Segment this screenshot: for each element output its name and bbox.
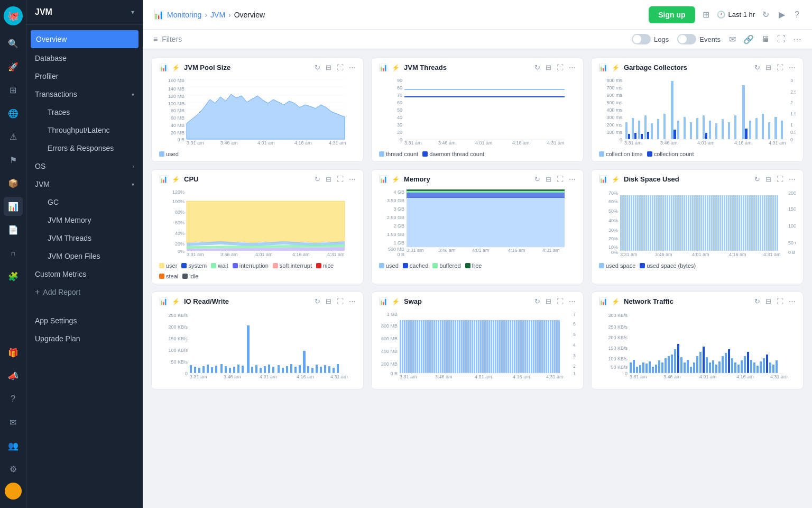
refresh-icon[interactable]: ↻: [534, 175, 540, 183]
more-icon[interactable]: ⋯: [569, 64, 576, 71]
fullscreen-icon[interactable]: ⛶: [557, 64, 564, 71]
svg-rect-140: [624, 195, 626, 251]
events-toggle[interactable]: Events: [677, 34, 721, 44]
chevron-down-icon[interactable]: ▾: [131, 8, 134, 16]
svg-rect-227: [198, 368, 200, 373]
svg-text:400 MB: 400 MB: [381, 349, 398, 354]
expand-icon[interactable]: ⛶: [777, 34, 786, 44]
sidebar-item-traces[interactable]: Traces: [26, 103, 143, 121]
megaphone-icon[interactable]: 📣: [4, 366, 23, 385]
fullscreen-icon[interactable]: ⛶: [777, 175, 783, 183]
svg-rect-117: [407, 189, 565, 191]
refresh-icon[interactable]: ↻: [754, 175, 760, 183]
filters-label[interactable]: Filters: [162, 35, 182, 43]
chart-active-icon[interactable]: 📊: [4, 197, 23, 216]
more-icon[interactable]: ⋯: [349, 175, 356, 183]
fullscreen-icon[interactable]: ⛶: [337, 64, 344, 71]
more-icon[interactable]: ⋯: [569, 297, 576, 305]
mail-icon[interactable]: ✉: [729, 34, 736, 44]
more-icon[interactable]: ⋯: [569, 175, 576, 183]
settings-icon[interactable]: ⚙: [4, 459, 23, 478]
more-icon[interactable]: ⋯: [793, 34, 801, 44]
refresh-icon[interactable]: ↻: [760, 7, 771, 22]
fullscreen-icon[interactable]: ⛶: [337, 175, 344, 183]
svg-rect-146: [637, 195, 639, 251]
fullscreen-icon[interactable]: ⛶: [777, 297, 783, 305]
minimize-icon[interactable]: ⊟: [546, 64, 551, 71]
svg-rect-148: [641, 195, 643, 251]
link-icon[interactable]: 🔗: [743, 34, 754, 44]
time-range[interactable]: 🕐 Last 1 hr: [717, 11, 755, 19]
doc-icon[interactable]: 📄: [4, 220, 23, 239]
svg-rect-56: [638, 121, 640, 139]
refresh-icon[interactable]: ↻: [315, 297, 320, 305]
refresh-icon[interactable]: ↻: [315, 64, 320, 71]
minimize-icon[interactable]: ⊟: [326, 175, 331, 183]
rocket-icon[interactable]: 🚀: [4, 57, 23, 76]
play-icon[interactable]: ▶: [777, 7, 787, 22]
sidebar-header[interactable]: JVM ▾: [26, 0, 143, 25]
minimize-icon[interactable]: ⊟: [765, 297, 771, 305]
search-icon[interactable]: 🔍: [4, 34, 23, 53]
more-icon[interactable]: ⋯: [789, 64, 796, 71]
breadcrumb-monitoring[interactable]: Monitoring: [167, 11, 201, 19]
monitor-icon[interactable]: 🖥: [761, 34, 770, 44]
flag-icon[interactable]: ⚑: [4, 150, 23, 169]
minimize-icon[interactable]: ⊟: [765, 64, 771, 71]
refresh-icon[interactable]: ↻: [754, 297, 760, 305]
minimize-icon[interactable]: ⊟: [546, 297, 551, 305]
sidebar-item-errors[interactable]: Errors & Responses: [26, 139, 143, 157]
gift-icon[interactable]: 🎁: [4, 343, 23, 362]
sidebar-item-jvm[interactable]: JVM ▾: [26, 175, 143, 193]
refresh-icon[interactable]: ↻: [534, 297, 540, 305]
signup-button[interactable]: Sign up: [649, 6, 695, 23]
mail-icon[interactable]: ✉: [4, 413, 23, 432]
team-icon[interactable]: 👥: [4, 436, 23, 455]
minimize-icon[interactable]: ⊟: [326, 297, 331, 305]
more-icon[interactable]: ⋯: [789, 297, 796, 305]
globe-icon[interactable]: 🌐: [4, 104, 23, 123]
puzzle-icon[interactable]: 🧩: [4, 267, 23, 286]
svg-rect-323: [493, 320, 494, 373]
sidebar-item-transactions[interactable]: Transactions ▾: [26, 85, 143, 103]
fullscreen-icon[interactable]: ⛶: [337, 297, 344, 305]
grid-icon[interactable]: ⊞: [4, 80, 23, 99]
sidebar-item-jvm-memory[interactable]: JVM Memory: [26, 211, 143, 229]
sidebar-item-jvm-open-files[interactable]: JVM Open Files: [26, 247, 143, 265]
add-report-button[interactable]: + Add Report: [26, 283, 143, 301]
fullscreen-icon[interactable]: ⛶: [557, 297, 564, 305]
breadcrumb-jvm[interactable]: JVM: [210, 11, 225, 19]
logs-toggle[interactable]: Logs: [632, 34, 669, 44]
sidebar-item-profiler[interactable]: Profiler: [26, 67, 143, 85]
branch-icon[interactable]: ⑃: [4, 243, 23, 262]
box-icon[interactable]: 📦: [4, 174, 23, 193]
more-icon[interactable]: ⋯: [349, 297, 356, 305]
minimize-icon[interactable]: ⊟: [765, 175, 771, 183]
svg-rect-381: [671, 355, 673, 373]
help-icon[interactable]: ?: [4, 389, 23, 409]
svg-rect-247: [286, 366, 288, 373]
refresh-icon[interactable]: ↻: [534, 64, 540, 71]
more-icon[interactable]: ⋯: [789, 175, 796, 183]
sidebar-item-throughput[interactable]: Throughput/Latenc: [26, 121, 143, 139]
refresh-icon[interactable]: ↻: [754, 64, 760, 71]
sidebar-item-overview[interactable]: Overview: [31, 30, 139, 48]
svg-rect-157: [660, 195, 662, 251]
fullscreen-icon[interactable]: ⛶: [557, 175, 564, 183]
grid-icon[interactable]: ⊞: [700, 7, 712, 22]
more-icon[interactable]: ⋯: [349, 64, 356, 71]
refresh-icon[interactable]: ↻: [315, 175, 320, 183]
sidebar-item-gc[interactable]: GC: [26, 193, 143, 211]
svg-text:4:16 am: 4:16 am: [297, 374, 314, 378]
sidebar-item-os[interactable]: OS ›: [26, 157, 143, 175]
sidebar-item-jvm-threads[interactable]: JVM Threads: [26, 229, 143, 247]
minimize-icon[interactable]: ⊟: [326, 64, 331, 71]
sidebar-item-app-settings[interactable]: App Settings: [26, 312, 143, 330]
help-icon[interactable]: ?: [792, 8, 801, 22]
sidebar-item-custom-metrics[interactable]: Custom Metrics: [26, 265, 143, 283]
minimize-icon[interactable]: ⊟: [546, 175, 551, 183]
alert-icon[interactable]: ⚠: [4, 127, 23, 146]
fullscreen-icon[interactable]: ⛶: [777, 64, 783, 71]
sidebar-item-upgrade-plan[interactable]: Upgrade Plan: [26, 330, 143, 348]
sidebar-item-database[interactable]: Database: [26, 49, 143, 67]
